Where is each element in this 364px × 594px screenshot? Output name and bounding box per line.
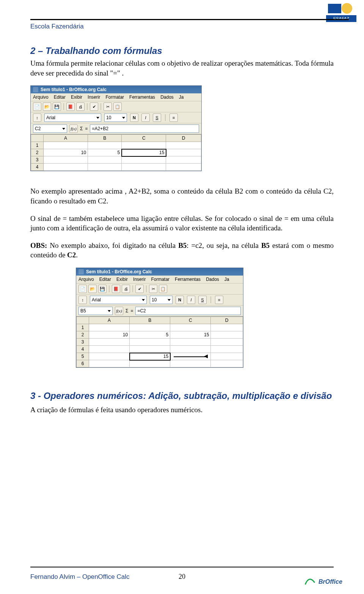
font-size-combo[interactable]: 10 (150, 296, 173, 304)
underline-button[interactable]: S (153, 113, 161, 122)
cell-b6[interactable] (130, 360, 170, 367)
cell-c4[interactable] (122, 164, 166, 171)
cell-c6[interactable] (170, 360, 211, 367)
open-icon[interactable]: 📂 (88, 285, 97, 293)
cell-b5[interactable]: 15 (130, 353, 170, 360)
cut-icon[interactable]: ✂ (104, 102, 112, 111)
cut-icon[interactable]: ✂ (149, 285, 157, 293)
col-header-a[interactable]: A (44, 135, 88, 142)
cell-c1[interactable] (170, 324, 211, 331)
row-header-3[interactable]: 3 (31, 156, 44, 164)
row-header-5[interactable]: 5 (77, 353, 89, 360)
formula-input[interactable]: =C2 (135, 307, 241, 315)
sum-button[interactable]: Σ (80, 126, 83, 131)
menu-bar[interactable]: Arquivo Editar Exibir Inserir Formatar F… (31, 93, 201, 101)
italic-button[interactable]: I (187, 296, 195, 304)
col-header-d[interactable]: D (166, 135, 201, 142)
menu-dados[interactable]: Dados (206, 277, 219, 282)
spellcheck-icon[interactable]: ✔ (90, 102, 98, 111)
row-header-2[interactable]: 2 (31, 149, 44, 156)
menu-inserir[interactable]: Inserir (133, 277, 146, 282)
cell-c3[interactable] (170, 339, 211, 346)
menu-arquivo[interactable]: Arquivo (33, 95, 49, 100)
menu-bar[interactable]: Arquivo Editar Exibir Inserir Formatar F… (76, 276, 243, 284)
cell-d4[interactable] (166, 164, 201, 171)
align-left-icon[interactable]: ≡ (215, 296, 223, 304)
copy-icon[interactable]: 📋 (113, 102, 122, 111)
menu-dados[interactable]: Dados (160, 95, 174, 100)
corner-cell[interactable] (31, 135, 44, 142)
equals-button[interactable]: = (130, 308, 133, 314)
row-header-2[interactable]: 2 (77, 331, 89, 339)
menu-ferramentas[interactable]: Ferramentas (129, 95, 155, 100)
cell-d1[interactable] (166, 142, 201, 149)
menu-formatar[interactable]: Formatar (105, 95, 124, 100)
pdf-icon[interactable]: 📕 (66, 102, 75, 111)
row-header-1[interactable]: 1 (77, 324, 89, 331)
menu-ja[interactable]: Ja (224, 277, 229, 282)
menu-inserir[interactable]: Inserir (88, 95, 100, 100)
cell-a2[interactable]: 10 (44, 149, 88, 156)
cell-b3[interactable] (130, 339, 170, 346)
spellcheck-icon[interactable]: ✔ (135, 285, 144, 293)
cell-c2[interactable]: 15 (122, 149, 166, 156)
cell-a3[interactable] (89, 339, 130, 346)
font-name-combo[interactable]: Arial (44, 113, 101, 122)
italic-button[interactable]: I (141, 113, 150, 122)
row-header-1[interactable]: 1 (31, 142, 44, 149)
cell-a3[interactable] (44, 156, 88, 164)
font-size-combo[interactable]: 10 (104, 113, 127, 122)
cell-a4[interactable] (89, 346, 130, 353)
cell-c2[interactable]: 15 (170, 331, 211, 339)
copy-icon[interactable]: 📋 (159, 285, 167, 293)
new-icon[interactable]: 📄 (33, 102, 41, 111)
cell-reference-box[interactable]: C2 (33, 124, 67, 133)
menu-ja[interactable]: Ja (179, 95, 184, 100)
print-icon[interactable]: 🖨 (122, 285, 130, 293)
cell-b1[interactable] (88, 142, 122, 149)
menu-exibir[interactable]: Exibir (116, 277, 128, 282)
col-header-c[interactable]: C (122, 135, 166, 142)
sum-button[interactable]: Σ (126, 308, 128, 314)
row-header-6[interactable]: 6 (77, 360, 89, 367)
cell-a4[interactable] (44, 164, 88, 171)
col-header-b[interactable]: B (88, 135, 122, 142)
col-header-b[interactable]: B (130, 317, 170, 324)
font-name-combo[interactable]: Arial (90, 296, 147, 304)
pdf-icon[interactable]: 📕 (112, 285, 120, 293)
cell-c4[interactable] (170, 346, 211, 353)
cell-c1[interactable] (122, 142, 166, 149)
row-header-3[interactable]: 3 (77, 339, 89, 346)
cell-d6[interactable] (211, 360, 243, 367)
menu-arquivo[interactable]: Arquivo (78, 277, 94, 282)
align-left-icon[interactable]: ≡ (169, 113, 178, 122)
row-header-4[interactable]: 4 (31, 164, 44, 171)
corner-cell[interactable] (77, 317, 89, 324)
new-icon[interactable]: 📄 (78, 285, 87, 293)
cell-d4[interactable] (211, 346, 243, 353)
cell-b2[interactable]: 5 (130, 331, 170, 339)
menu-ferramentas[interactable]: Ferramentas (175, 277, 201, 282)
row-header-4[interactable]: 4 (77, 346, 89, 353)
cell-d3[interactable] (211, 339, 243, 346)
cell-a1[interactable] (44, 142, 88, 149)
menu-formatar[interactable]: Formatar (151, 277, 169, 282)
cell-d5[interactable] (211, 353, 243, 360)
style-icon[interactable]: ↕ (78, 296, 87, 304)
open-icon[interactable]: 📂 (43, 102, 51, 111)
formula-input[interactable]: =A2+B2 (90, 124, 199, 133)
col-header-a[interactable]: A (89, 317, 130, 324)
cell-b3[interactable] (88, 156, 122, 164)
cell-reference-box[interactable]: B5 (78, 307, 113, 315)
fx-button[interactable]: f(x) (69, 124, 78, 133)
menu-editar[interactable]: Editar (54, 95, 66, 100)
cell-d1[interactable] (211, 324, 243, 331)
save-icon[interactable]: 💾 (98, 285, 107, 293)
cell-b1[interactable] (130, 324, 170, 331)
cell-c3[interactable] (122, 156, 166, 164)
underline-button[interactable]: S (198, 296, 207, 304)
cell-a6[interactable] (89, 360, 130, 367)
cell-a5[interactable] (89, 353, 130, 360)
bold-button[interactable]: N (130, 113, 138, 122)
menu-editar[interactable]: Editar (99, 277, 111, 282)
